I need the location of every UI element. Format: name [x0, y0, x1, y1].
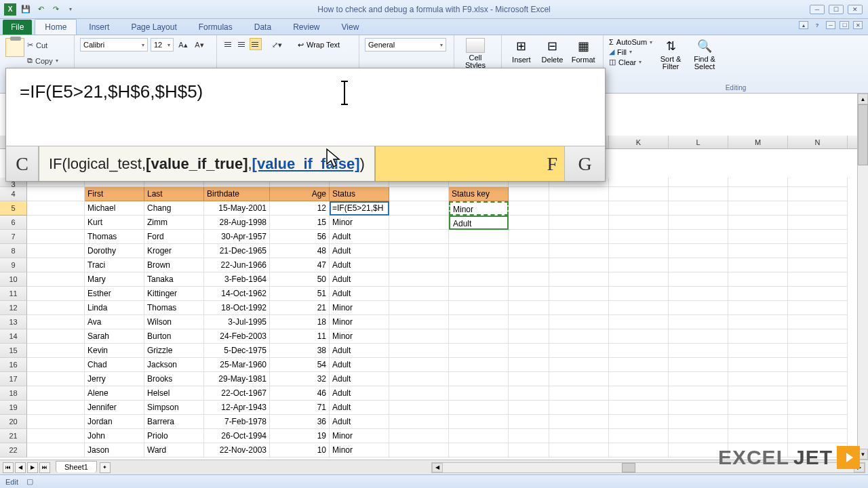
cell[interactable]: John	[85, 429, 144, 443]
cell[interactable]	[609, 358, 669, 372]
cell[interactable]	[389, 272, 449, 287]
cell[interactable]	[509, 386, 549, 401]
cell[interactable]: Thomas	[85, 230, 144, 244]
cell[interactable]: 18-Oct-1992	[204, 301, 270, 315]
cell[interactable]	[449, 415, 509, 429]
cell[interactable]: 11	[270, 329, 330, 344]
cell[interactable]	[389, 230, 449, 244]
cell[interactable]	[27, 230, 85, 244]
cell[interactable]: 22-Oct-1967	[204, 386, 270, 401]
row-header[interactable]: 9	[0, 258, 27, 272]
cell[interactable]	[728, 230, 788, 244]
align-middle-button[interactable]	[236, 38, 248, 50]
cell[interactable]	[788, 386, 848, 401]
cell[interactable]	[27, 301, 85, 315]
status-key-minor[interactable]: Minor	[449, 201, 509, 216]
cell[interactable]: Minor	[330, 301, 389, 315]
col-m[interactable]: M	[728, 136, 788, 148]
cell[interactable]	[609, 244, 669, 258]
cell[interactable]	[788, 272, 848, 287]
row-header[interactable]: 17	[0, 372, 27, 386]
help-icon[interactable]: ?	[812, 21, 822, 29]
doc-minimize-button[interactable]: ─	[826, 21, 835, 29]
cell[interactable]: Zimm	[144, 216, 204, 230]
cell[interactable]	[549, 187, 609, 201]
cell[interactable]: Brooks	[144, 372, 204, 386]
cell[interactable]	[449, 372, 509, 386]
cell[interactable]	[788, 258, 848, 272]
cell[interactable]	[728, 429, 788, 443]
cell[interactable]: Priolo	[144, 429, 204, 443]
cell[interactable]: Adult	[330, 244, 389, 258]
cell[interactable]: Adult	[330, 415, 389, 429]
cell[interactable]: 46	[270, 386, 330, 401]
cell[interactable]	[788, 230, 848, 244]
cell[interactable]	[509, 216, 549, 230]
cell[interactable]	[609, 301, 669, 315]
cell[interactable]	[27, 344, 85, 358]
cell[interactable]	[728, 386, 788, 401]
row-header[interactable]: 6	[0, 216, 27, 230]
cell[interactable]: Thomas	[144, 301, 204, 315]
cell[interactable]: Esther	[85, 287, 144, 301]
cell[interactable]	[389, 372, 449, 386]
spreadsheet-grid[interactable]: 34FirstLastBirthdateAgeStatusStatus key5…	[0, 178, 857, 460]
cell[interactable]	[27, 216, 85, 230]
cell[interactable]	[509, 301, 549, 315]
cell[interactable]	[449, 329, 509, 344]
cell[interactable]: 29-May-1981	[204, 372, 270, 386]
cell[interactable]	[669, 429, 728, 443]
cell[interactable]	[389, 401, 449, 415]
cut-button[interactable]: ✂Cut	[27, 38, 58, 52]
cell[interactable]	[549, 230, 609, 244]
cell[interactable]: 3-Feb-1964	[204, 272, 270, 287]
cell[interactable]	[509, 187, 549, 201]
row-header[interactable]: 12	[0, 301, 27, 315]
cell[interactable]: Adult	[330, 401, 389, 415]
cell[interactable]	[449, 401, 509, 415]
cell[interactable]	[389, 187, 449, 201]
cell[interactable]	[389, 244, 449, 258]
cell[interactable]	[449, 301, 509, 315]
cell[interactable]: 22-Nov-2003	[204, 443, 270, 458]
hint-p2[interactable]: [value_if_true]	[146, 155, 248, 173]
clear-button[interactable]: ◫Clear▾	[609, 58, 652, 66]
cell[interactable]: 15-May-2001	[204, 201, 270, 216]
undo-icon[interactable]: ↶	[35, 4, 46, 15]
tab-review[interactable]: Review	[283, 20, 329, 35]
cell[interactable]	[609, 372, 669, 386]
cell[interactable]	[549, 386, 609, 401]
format-cells-button[interactable]: ▦Format	[569, 38, 597, 64]
sheet-nav-last[interactable]: ⏭	[39, 462, 50, 473]
cell[interactable]: Kevin	[85, 344, 144, 358]
col-n[interactable]: N	[788, 136, 848, 148]
cell[interactable]	[669, 301, 728, 315]
cell[interactable]	[27, 187, 85, 201]
cell[interactable]	[669, 415, 728, 429]
close-button[interactable]: ✕	[848, 5, 863, 14]
cell[interactable]: Linda	[85, 301, 144, 315]
cell[interactable]: 30-Apr-1957	[204, 230, 270, 244]
autosum-button[interactable]: ΣAutoSum▾	[609, 38, 652, 46]
row-header[interactable]: 13	[0, 315, 27, 329]
cell[interactable]	[449, 358, 509, 372]
popup-col-c[interactable]: C	[6, 146, 39, 181]
cell[interactable]	[728, 272, 788, 287]
cell[interactable]	[728, 178, 788, 187]
cell[interactable]: Kittinger	[144, 287, 204, 301]
cell[interactable]	[549, 315, 609, 329]
cell[interactable]	[609, 401, 669, 415]
cell[interactable]: Status key	[449, 187, 509, 201]
cell[interactable]	[669, 230, 728, 244]
cell[interactable]	[389, 443, 449, 458]
cell[interactable]	[788, 344, 848, 358]
cell[interactable]: 56	[270, 230, 330, 244]
cell[interactable]: 36	[270, 415, 330, 429]
cell[interactable]: 50	[270, 272, 330, 287]
cell[interactable]	[728, 344, 788, 358]
cell[interactable]	[549, 287, 609, 301]
cell[interactable]	[27, 386, 85, 401]
row-header[interactable]: 11	[0, 287, 27, 301]
row-header[interactable]: 7	[0, 230, 27, 244]
cell[interactable]	[788, 401, 848, 415]
